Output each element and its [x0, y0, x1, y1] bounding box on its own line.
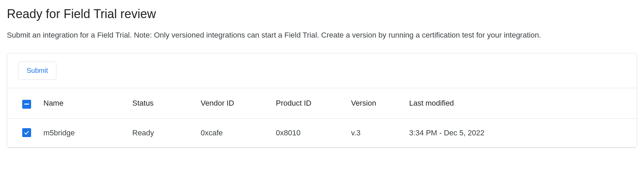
column-header-vendor-id: Vendor ID: [195, 88, 270, 118]
toolbar: Submit: [7, 53, 637, 88]
page-title: Ready for Field Trial review: [7, 7, 637, 21]
column-header-status: Status: [127, 88, 195, 118]
column-header-product-id: Product ID: [270, 88, 346, 118]
column-header-name: Name: [38, 88, 127, 118]
row-checkbox[interactable]: [22, 128, 31, 137]
cell-product-id: 0x8010: [270, 118, 346, 147]
cell-name: m5bridge: [38, 118, 127, 147]
cell-last-modified: 3:34 PM - Dec 5, 2022: [404, 118, 637, 147]
cell-status: Ready: [127, 118, 195, 147]
integration-panel: Submit Name Status Vendor ID Product ID …: [7, 53, 637, 148]
integrations-table: Name Status Vendor ID Product ID Version…: [7, 88, 637, 148]
check-icon: [24, 130, 30, 136]
table-header-row: Name Status Vendor ID Product ID Version…: [7, 88, 637, 118]
cell-version: v.3: [346, 118, 404, 147]
submit-button[interactable]: Submit: [18, 62, 56, 80]
column-header-last-modified: Last modified: [404, 88, 637, 118]
cell-vendor-id: 0xcafe: [195, 118, 270, 147]
table-row: m5bridge Ready 0xcafe 0x8010 v.3 3:34 PM…: [7, 118, 637, 147]
select-all-checkbox[interactable]: [22, 100, 31, 109]
column-header-version: Version: [346, 88, 404, 118]
page-description: Submit an integration for a Field Trial.…: [7, 29, 636, 41]
